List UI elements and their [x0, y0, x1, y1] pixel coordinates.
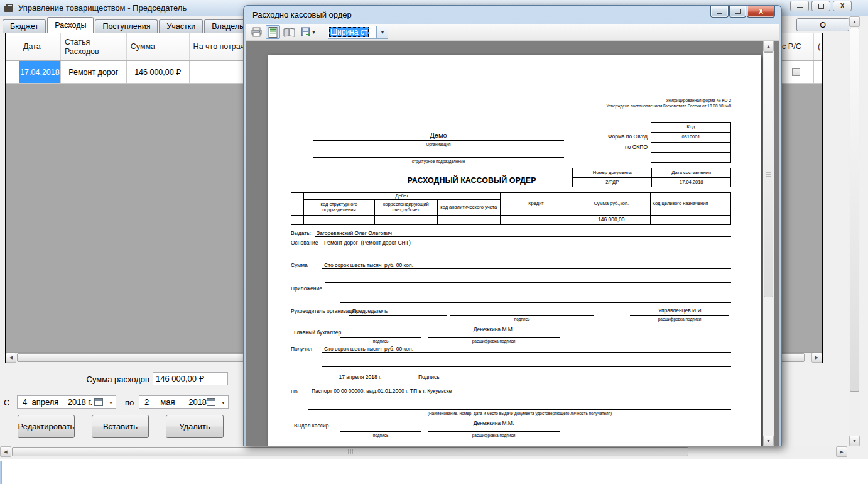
- minimize-button[interactable]: [710, 6, 729, 18]
- page-view-button[interactable]: [266, 25, 280, 39]
- ruled-line: [308, 395, 731, 395]
- main-window-title: Управление товариществом - Председатель: [18, 3, 187, 13]
- maximize-button[interactable]: [729, 6, 746, 18]
- tab-label: Участки: [166, 22, 195, 31]
- grid-header-date[interactable]: Дата: [19, 33, 61, 60]
- tab-expenses[interactable]: Расходы: [47, 17, 94, 33]
- delete-button[interactable]: Удалить: [166, 415, 224, 438]
- chevron-down-icon[interactable]: ▼: [221, 400, 225, 405]
- toolbar-separator: [323, 26, 323, 38]
- tab-plots[interactable]: Участки: [159, 19, 203, 33]
- zoom-combobox[interactable]: Ширина ст ▼: [328, 26, 377, 39]
- scroll-right-button[interactable]: ▶: [836, 446, 847, 457]
- form-note-line2: Утверждена постановлением Госкомстата Ро…: [607, 104, 732, 108]
- from-date-picker[interactable]: 4 апреля 2018 г. ▼: [17, 395, 116, 409]
- grid-header-amount[interactable]: Сумма: [127, 33, 190, 60]
- preview-vertical-scrollbar[interactable]: ▲ ▼: [763, 41, 774, 446]
- arrow-up-icon: ▲: [852, 19, 857, 24]
- doc-number-value: 2/РДР: [573, 178, 652, 187]
- code-header: Код: [651, 123, 731, 133]
- dialog-client-area: ▼ Ширина ст ▼ Унифицированная форма № КО…: [246, 24, 779, 446]
- row-amount-cell[interactable]: 146 000,00 ₽: [127, 61, 190, 83]
- grid-header-from-account[interactable]: с Р/С: [778, 33, 814, 60]
- arrow-down-icon: ▼: [852, 439, 857, 443]
- ruled-line: [308, 409, 731, 410]
- row-date-cell[interactable]: 17.04.2018: [19, 61, 61, 83]
- save-icon: [301, 27, 311, 37]
- debit-col3-header: код аналитического учета: [437, 200, 500, 216]
- empty-cell: [437, 216, 500, 225]
- passport-caption: (Наименование, номер, дата и место выдач…: [308, 411, 731, 415]
- grid-header-category[interactable]: Статья Расходов: [61, 33, 127, 60]
- empty-cell: [710, 216, 731, 225]
- okud-code: 0310001: [651, 133, 731, 143]
- scroll-left-button[interactable]: ◀: [6, 353, 16, 363]
- row-rs-checkbox[interactable]: [792, 68, 800, 76]
- tab-partial[interactable]: О: [796, 18, 849, 31]
- scroll-left-button[interactable]: ◀: [0, 446, 11, 457]
- minimize-button[interactable]: [790, 1, 809, 11]
- row-from-account-cell[interactable]: [778, 61, 814, 83]
- save-button[interactable]: ▼: [298, 25, 318, 39]
- scrollbar-grip: [766, 173, 771, 177]
- ruled-line: [322, 366, 731, 367]
- to-label: по: [125, 398, 134, 407]
- ruled-line: [322, 352, 731, 353]
- accountant-label: Главный бухгалтер: [294, 329, 341, 336]
- chevron-down-icon[interactable]: ▼: [109, 400, 113, 405]
- row-partial-cell[interactable]: [814, 61, 822, 83]
- tab-receipts[interactable]: Поступления: [95, 19, 158, 33]
- print-button[interactable]: [249, 25, 264, 39]
- okpo-code: [651, 143, 731, 153]
- scrollbar-thumb[interactable]: [764, 52, 773, 297]
- minimize-icon: [717, 12, 722, 14]
- tab-label: Поступления: [102, 22, 150, 31]
- debit-col1-header: код структурного подразделения: [303, 200, 374, 216]
- main-horizontal-scrollbar[interactable]: ◀ ▶: [0, 446, 847, 458]
- scroll-down-button[interactable]: ▼: [849, 436, 860, 446]
- briefcase-icon: [4, 6, 13, 12]
- scroll-up-button[interactable]: ▲: [763, 41, 774, 52]
- scroll-right-button[interactable]: ▶: [811, 353, 822, 363]
- issue-value: Загореванский Олег Олегович: [317, 230, 392, 236]
- sum-value: 146 000,00 ₽: [156, 374, 204, 383]
- tab-budget[interactable]: Бюджет: [3, 19, 46, 33]
- passport-value: Паспорт 00 00 00000, выд.01.01.2000 г. Т…: [312, 388, 452, 394]
- edit-button[interactable]: Редактировать: [18, 415, 75, 438]
- accountant-name: Денежкина М.М.: [428, 326, 560, 332]
- minimize-icon: [797, 6, 803, 8]
- insert-button[interactable]: Вставить: [92, 415, 149, 438]
- decryption-caption: расшифровка подписи: [428, 339, 560, 343]
- ruled-line: [349, 315, 447, 316]
- okud-label: Форма по ОКУД: [550, 133, 648, 140]
- combobox-drop-button[interactable]: ▼: [377, 26, 388, 39]
- close-button[interactable]: X: [747, 6, 775, 18]
- scroll-up-button[interactable]: ▲: [849, 16, 860, 27]
- ruled-line: [315, 236, 731, 237]
- scroll-down-button[interactable]: ▼: [763, 436, 774, 446]
- main-vertical-scrollbar[interactable]: ▲ ▼: [849, 16, 860, 446]
- organization-caption: Организация: [313, 142, 564, 146]
- book-icon: [283, 28, 295, 37]
- sum-of-expenses-field[interactable]: 146 000,00 ₽: [153, 372, 228, 385]
- ruled-line: [340, 292, 731, 292]
- decryption-caption: расшифровка подписи: [428, 433, 560, 437]
- ruled-line: [630, 315, 729, 316]
- ruled-line: [325, 260, 731, 260]
- doc-number-header: Номер документа: [573, 168, 652, 178]
- row-selector-cell[interactable]: [6, 61, 19, 83]
- ruled-line: [313, 140, 564, 141]
- close-button[interactable]: X: [833, 1, 852, 11]
- two-page-view-button[interactable]: [282, 25, 296, 39]
- row-category-cell[interactable]: Ремонт дорог: [61, 61, 127, 83]
- to-date-picker[interactable]: 2 мая 2018 г. ▼: [139, 395, 229, 409]
- okpo-label: по ОКПО: [550, 144, 648, 150]
- arrow-right-icon: ▶: [840, 449, 843, 454]
- tab-label: О: [820, 21, 826, 30]
- scrollbar-thumb[interactable]: [850, 28, 859, 392]
- maximize-icon: [735, 9, 741, 14]
- scrollbar-thumb[interactable]: [12, 447, 688, 456]
- maximize-button[interactable]: [811, 1, 830, 11]
- grid-header-partial[interactable]: (: [814, 33, 822, 60]
- number-date-table: Номер документа Дата составления 2/РДР 1…: [572, 168, 731, 187]
